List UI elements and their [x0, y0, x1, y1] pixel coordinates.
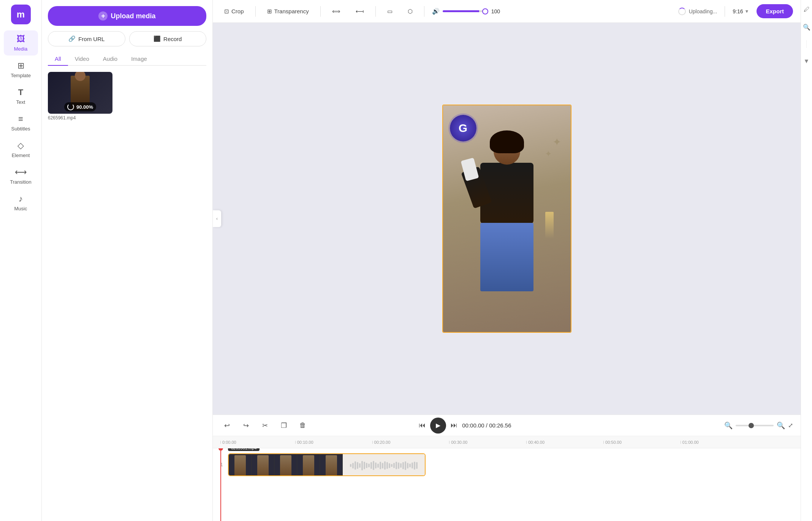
zoom-out-button[interactable]: 🔍 [724, 421, 733, 430]
waveform-bar [412, 462, 413, 469]
zoom-in-button[interactable]: 🔍 [777, 421, 785, 430]
expand-timeline-button[interactable]: ⤢ [788, 422, 793, 429]
track-frame [297, 454, 320, 476]
playhead-dot [218, 448, 223, 451]
playhead[interactable] [220, 448, 221, 521]
redo-button[interactable]: ↪ [239, 419, 252, 432]
waveform-bar [405, 461, 406, 470]
video-track[interactable] [228, 453, 426, 476]
record-button[interactable]: ⬛ Record [129, 31, 207, 46]
right-panel-button-2[interactable]: 🔍 [801, 21, 812, 33]
list-item[interactable]: 90.00% 6265961.mp4 [48, 72, 112, 121]
delete-button[interactable]: 🗑 [296, 419, 309, 432]
sidebar-item-label: Media [14, 46, 27, 52]
waveform-bar [382, 463, 383, 469]
sidebar-item-template[interactable]: ⊞ Template [4, 57, 38, 82]
ruler-mark-0: 0:00.00 [220, 440, 236, 445]
sidebar-item-music[interactable]: ♪ Music [4, 190, 38, 215]
video-canvas[interactable]: G ✦ ✦ [442, 105, 571, 333]
waveform-bar [368, 464, 370, 467]
toolbar-separator [424, 6, 424, 17]
sidebar-item-text[interactable]: T Text [4, 84, 38, 109]
waveform-bar [366, 463, 367, 468]
undo-button[interactable]: ↩ [220, 419, 233, 432]
right-panel-button-1[interactable]: 🖊 [801, 4, 812, 15]
waveform-bar [370, 462, 372, 469]
waveform-bar [359, 463, 361, 468]
link-icon: 🔗 [68, 35, 76, 42]
sidebar-item-transition[interactable]: ⟷ Transition [4, 164, 38, 189]
sidebar-item-label: Transition [10, 179, 32, 185]
waveform-bar [402, 462, 404, 469]
sidebar-item-subtitles[interactable]: ≡ Subtitles [4, 110, 38, 135]
skip-back-button[interactable]: ⏮ [419, 421, 426, 429]
waveform-bar [407, 463, 408, 469]
progress-spinner [67, 103, 74, 110]
flip-v-button[interactable]: ⟻ [352, 6, 368, 17]
cut-button[interactable]: ✂ [258, 419, 271, 432]
sidebar-item-label: Subtitles [11, 126, 30, 132]
tab-image[interactable]: Image [124, 52, 154, 66]
uploading-label: Uploading... [689, 8, 717, 14]
waveform-bar [400, 463, 402, 468]
volume-slider[interactable] [443, 10, 488, 12]
app-logo: m [11, 5, 31, 24]
collapse-panel-button[interactable]: ‹ [213, 210, 221, 227]
tab-audio[interactable]: Audio [96, 52, 124, 66]
ruler-marks-inner: 0:00.00 00:10.00 00:20.00 00:30.00 00:40… [220, 440, 793, 445]
waveform-bar [391, 464, 393, 467]
crop-button[interactable]: ⊡ Crop [220, 6, 248, 17]
timeline-tracks: 1 6265961.mp4 [213, 448, 801, 521]
main-area: ⊡ Crop ⊞ Transparency ⟺ ⟻ ▭ ⬡ 🔊 100 [213, 0, 801, 521]
tab-all[interactable]: All [48, 52, 68, 66]
transparency-button[interactable]: ⊞ Transparency [263, 6, 313, 17]
waveform-bar [375, 462, 377, 469]
music-icon: ♪ [19, 194, 23, 204]
sidebar-item-media[interactable]: 🖼 Media [4, 30, 38, 56]
play-button[interactable]: ▶ [430, 418, 446, 434]
zoom-slider[interactable] [736, 425, 774, 426]
export-button[interactable]: Export [757, 4, 793, 18]
volume-value: 100 [491, 8, 500, 14]
sidebar-item-label: Text [16, 99, 25, 105]
fit-icon: ⬡ [408, 8, 413, 15]
upload-media-label: Upload media [111, 12, 155, 20]
right-panel-button-3[interactable]: ▼ [801, 56, 812, 67]
track-frame [229, 454, 252, 476]
waveform-bar [380, 462, 381, 469]
aspect-ratio-selector[interactable]: 9:16 ▼ [733, 8, 749, 14]
waveform-bar [355, 461, 356, 470]
track-label: 6265961.mp4 [228, 448, 260, 451]
duplicate-button[interactable]: ❐ [277, 419, 290, 432]
crop-ratio-button[interactable]: ▭ [383, 6, 396, 17]
media-thumbnail[interactable]: 90.00% [48, 72, 112, 114]
aspect-ratio-value: 9:16 [733, 8, 743, 14]
from-url-button[interactable]: 🔗 From URL [48, 31, 125, 46]
track-frame [252, 454, 274, 476]
current-time: 00:00.00 / 00:26.56 [462, 422, 511, 429]
track-container: 6265961.mp4 [228, 453, 426, 476]
toolbar-separator [255, 6, 256, 17]
crop-icon: ⊡ [224, 8, 229, 15]
waveform-bar [414, 462, 415, 470]
track-number: 1 [220, 462, 228, 467]
ruler-mark-3: 00:30.00 [449, 440, 467, 445]
right-panel-separator [806, 40, 807, 48]
sidebar-item-element[interactable]: ◇ Element [4, 137, 38, 162]
skip-forward-button[interactable]: ⏭ [451, 421, 457, 429]
fit-button[interactable]: ⬡ [404, 6, 416, 17]
ruler-mark-5: 00:50.00 [603, 440, 622, 445]
flip-h-button[interactable]: ⟺ [328, 6, 344, 17]
audio-waveform [343, 454, 425, 476]
waveform-bars [348, 454, 419, 476]
upload-media-button[interactable]: + Upload media [48, 6, 206, 26]
waveform-bar [398, 462, 399, 469]
text-icon: T [18, 87, 23, 97]
person-figure [456, 127, 558, 332]
right-panel: 🖊 🔍 ▼ [801, 0, 812, 521]
waveform-bar [396, 462, 397, 469]
tab-video[interactable]: Video [68, 52, 96, 66]
ruler-mark-1: 00:10.00 [295, 440, 313, 445]
sidebar-item-label: Music [14, 206, 27, 211]
waveform-bar [416, 462, 418, 469]
